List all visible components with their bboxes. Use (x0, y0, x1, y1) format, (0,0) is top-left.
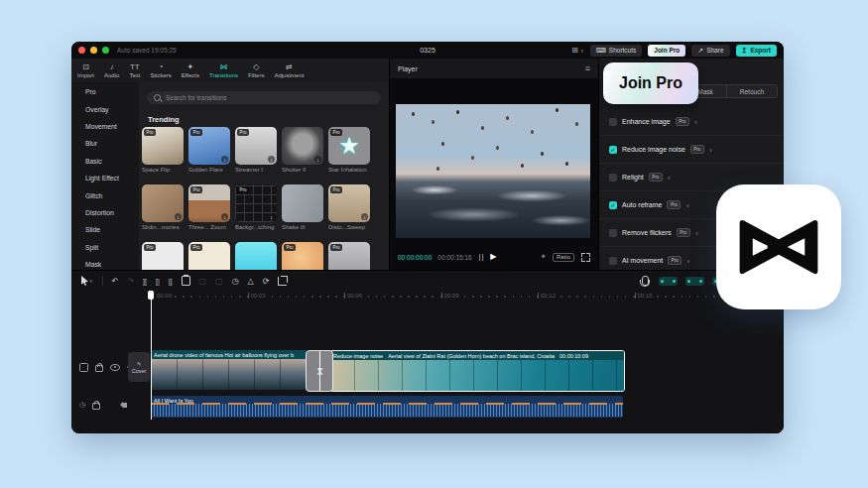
download-icon[interactable]: ↓ (268, 213, 275, 220)
mirror-icon[interactable]: △ (248, 277, 254, 286)
checkbox[interactable]: ✓ (609, 257, 617, 265)
lock-icon[interactable] (92, 403, 100, 410)
minimize-window-button[interactable] (90, 47, 97, 54)
media-tab-transitions[interactable]: ⋈Transitions (205, 59, 242, 82)
transition-card-space-flip[interactable]: ProSpace Flip (142, 127, 184, 175)
ratio-button[interactable]: Ratio (553, 253, 574, 262)
download-icon[interactable]: ↓ (221, 156, 228, 163)
crop-icon[interactable] (278, 277, 287, 286)
transition-card[interactable] (235, 242, 277, 270)
sidebar-item-glitch[interactable]: Glitch (71, 186, 139, 203)
transition-card[interactable]: Pro (142, 242, 184, 270)
timeline-ruler[interactable]: 00:0000:0300:0600:0900:1200:1500:18 (71, 291, 784, 303)
shortcuts-button[interactable]: ⌨Shortcuts (590, 45, 643, 57)
split-left-icon[interactable]: [| (156, 277, 160, 286)
video-clip-2[interactable]: Reduce image noise Aerial view of Zlatni… (329, 350, 625, 392)
main-track-magnet-toggle[interactable] (659, 277, 678, 286)
visibility-icon[interactable] (110, 364, 120, 371)
download-icon[interactable]: ↓ (221, 213, 228, 220)
maximize-window-button[interactable] (102, 47, 109, 54)
media-tab-stickers[interactable]: ◔Stickers (146, 59, 175, 82)
checkbox[interactable]: ✓ (609, 118, 617, 126)
sidebar-item-pro[interactable]: Pro (71, 83, 139, 100)
transition-card-backgr-tching[interactable]: Pro↓Backgr...tching (235, 184, 277, 232)
checkbox[interactable]: ✓ (609, 174, 617, 182)
freeze-frame-icon[interactable]: ◷ (232, 277, 239, 286)
timeline: ∨ ↶ ↷ ][ [| |] ▢ ▢ ◷ △ ⟳ (71, 270, 784, 433)
transition-card[interactable]: Pro (328, 242, 370, 270)
playhead-handle[interactable] (148, 291, 154, 300)
transition-card-shutter-ii[interactable]: ↓Shutter II (282, 127, 323, 175)
close-window-button[interactable] (78, 47, 85, 54)
sidebar-item-split[interactable]: Split (71, 239, 139, 256)
undo-icon[interactable]: ↶ (112, 277, 119, 286)
select-tool-icon[interactable]: ∨ (80, 276, 93, 286)
play-button[interactable]: ▶ (490, 253, 496, 261)
checkbox[interactable]: ✓ (609, 229, 617, 237)
subtab-retouch[interactable]: Retouch (726, 85, 777, 97)
media-tab-audio[interactable]: ♪Audio (100, 59, 123, 82)
transition-card-star-inhalation[interactable]: ProStar Inhalation (328, 127, 370, 175)
pause-icon[interactable] (479, 254, 484, 261)
redo-icon[interactable]: ↷ (127, 277, 134, 286)
voiceover-mic-icon[interactable] (642, 276, 651, 286)
sidebar-item-slide[interactable]: Slide (71, 221, 139, 238)
option-enhance-image[interactable]: ✓Enhance imagePro∨ (599, 108, 784, 136)
split-right-icon[interactable]: |] (169, 277, 173, 286)
checkbox[interactable]: ✓ (609, 146, 617, 154)
grid-icon: ⊞ (571, 46, 578, 55)
download-icon[interactable]: ↓ (361, 213, 368, 220)
mute-icon[interactable] (123, 403, 127, 408)
delete-icon[interactable] (182, 276, 190, 286)
stickers-icon: ◔ (159, 62, 164, 71)
split-icon[interactable]: ][ (143, 277, 147, 286)
sidebar-item-basic[interactable]: Basic (71, 153, 139, 170)
transition-card-disto-sweep[interactable]: Pro↓Disto...Sweep (328, 184, 370, 232)
audio-track-header: ◷ (79, 400, 127, 410)
sidebar-item-blur[interactable]: Blur (71, 135, 139, 152)
option-reduce-image-noise[interactable]: ✓Reduce image noisePro∨ (599, 136, 784, 164)
join-pro-button[interactable]: Join Pro (648, 45, 685, 57)
sidebar-item-light-effect[interactable]: Light Effect (71, 170, 139, 186)
download-icon[interactable]: ↓ (268, 156, 275, 163)
lock-icon[interactable] (95, 365, 103, 372)
audio-clip[interactable]: All I Want Is You (151, 396, 623, 418)
download-icon[interactable]: ↓ (175, 213, 182, 220)
media-tab-effects[interactable]: ✦Effects (178, 59, 203, 82)
fullscreen-icon[interactable] (581, 253, 590, 262)
join-pro-card[interactable]: Join Pro (603, 62, 698, 104)
preview-quality-icon[interactable]: ⌖ (541, 252, 546, 262)
cover-button[interactable]: ✎ Cover (128, 352, 150, 382)
checkbox[interactable]: ✓ (609, 201, 617, 209)
auto-snap-toggle[interactable] (685, 277, 704, 286)
media-tab-adjustment[interactable]: ⇄Adjustment (270, 59, 308, 82)
share-button[interactable]: ↗Share (691, 45, 729, 57)
search-input[interactable]: Search for transitions (147, 91, 381, 104)
transition-card[interactable]: Pro (188, 242, 230, 270)
playhead-line[interactable] (151, 291, 152, 420)
main-track-icon[interactable] (79, 363, 88, 372)
transition-card-three-zoom[interactable]: Pro↓Three... Zoom (188, 184, 230, 232)
rotate-icon[interactable]: ⟳ (263, 277, 270, 286)
layout-grid-button[interactable]: ⊞∨ (571, 46, 583, 55)
player-stage: 00:00:00:00 00:00:15:16 ▶ ⌖ Ratio (390, 78, 598, 270)
video-clip-1[interactable]: Aerial drone video of famous Hot air bal… (151, 350, 308, 390)
sidebar-item-overlay[interactable]: Overlay (71, 100, 139, 117)
transition-handle[interactable]: ⋈ (306, 350, 333, 392)
media-tab-import[interactable]: ⊡Import (73, 59, 98, 82)
export-button[interactable]: ↥Export (736, 45, 777, 57)
download-icon[interactable]: ↓ (314, 156, 321, 163)
transition-card-slidin-mories[interactable]: ↓Slidin...mories (142, 184, 184, 232)
sidebar-item-movement[interactable]: Movement (71, 118, 139, 135)
clock-icon[interactable]: ◷ (79, 401, 85, 409)
transition-card-shake-iii[interactable]: Shake III (282, 184, 323, 232)
transition-card-streamer-i[interactable]: Pro↓Streamer I (235, 127, 277, 175)
sidebar-item-distortion[interactable]: Distortion (71, 204, 139, 221)
video-preview[interactable] (396, 104, 590, 238)
transition-card[interactable]: Pro (282, 242, 323, 270)
transition-card-golden-flare[interactable]: Pro↓Golden Flare (188, 127, 230, 175)
media-tab-filters[interactable]: ◇Filters (244, 59, 268, 82)
player-menu-icon[interactable]: ≡ (585, 63, 590, 73)
chevron-down-icon: ∨ (709, 147, 713, 153)
media-tab-text[interactable]: TTText (125, 59, 144, 82)
